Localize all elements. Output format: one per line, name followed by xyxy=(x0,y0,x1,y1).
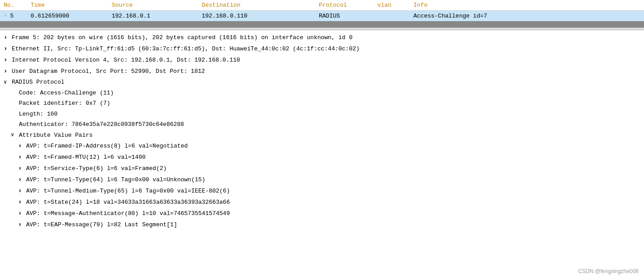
toggle-icon[interactable]: › xyxy=(18,175,24,184)
detail-line[interactable]: ›AVP: t=Tunnel-Type(64) l=6 Tag=0x00 val… xyxy=(0,174,644,185)
detail-text: Internet Protocol Version 4, Src: 192.16… xyxy=(12,56,240,65)
row-indicator: └ xyxy=(4,13,7,19)
toggle-icon[interactable]: › xyxy=(18,186,24,196)
scrollbar[interactable] xyxy=(0,21,644,27)
detail-text: Attribute Value Pairs xyxy=(19,131,93,140)
detail-line[interactable]: ›Frame 5: 202 bytes on wire (1616 bits),… xyxy=(0,32,644,43)
watermark: CSDN @fengxingzhe008 xyxy=(578,268,639,274)
col-header-protocol: Protocol xyxy=(315,0,374,11)
detail-text: AVP: t=Service-Type(6) l=6 val=Framed(2) xyxy=(26,164,167,173)
detail-line[interactable]: ›AVP: t=Framed-MTU(12) l=6 val=1400 xyxy=(0,152,644,163)
cell-vlan xyxy=(374,11,410,22)
cell-protocol: RADIUS xyxy=(315,11,374,22)
detail-line[interactable]: Code: Access-Challenge (11) xyxy=(0,88,644,99)
detail-section[interactable]: ›Frame 5: 202 bytes on wire (1616 bits),… xyxy=(0,30,644,278)
detail-text: Code: Access-Challenge (11) xyxy=(19,89,114,98)
cell-no: └ 5 xyxy=(0,11,27,22)
toggle-icon[interactable]: › xyxy=(4,55,10,65)
col-header-info: Info xyxy=(410,0,644,11)
detail-text: Ethernet II, Src: Tp-LinkT_ff:61:d5 (60:… xyxy=(12,45,359,54)
detail-text: AVP: t=Message-Authenticator(80) l=10 va… xyxy=(26,209,230,218)
detail-line[interactable]: ›AVP: t=Tunnel-Medium-Type(65) l=6 Tag=0… xyxy=(0,185,644,197)
detail-text: Length: 160 xyxy=(19,110,58,119)
detail-line[interactable]: ›User Datagram Protocol, Src Port: 52990… xyxy=(0,66,644,77)
detail-text: AVP: t=Tunnel-Medium-Type(65) l=6 Tag=0x… xyxy=(26,187,230,196)
col-header-no: No. xyxy=(0,0,27,11)
toggle-icon[interactable]: › xyxy=(4,44,10,54)
detail-line[interactable]: ›AVP: t=EAP-Message(79) l=82 Last Segmen… xyxy=(0,219,644,230)
toggle-icon[interactable]: › xyxy=(18,164,24,173)
toggle-icon[interactable]: › xyxy=(18,209,24,218)
detail-line[interactable]: ›AVP: t=Message-Authenticator(80) l=10 v… xyxy=(0,208,644,219)
cell-time: 0.612659000 xyxy=(27,11,108,22)
table-row[interactable]: └ 5 0.612659000 192.168.0.1 192.168.0.11… xyxy=(0,11,644,22)
detail-text: AVP: t=Framed-MTU(12) l=6 val=1400 xyxy=(26,153,145,162)
table-header-row: No. Time Source Destination Protocol vla… xyxy=(0,0,644,11)
detail-line[interactable]: Authenticator: 7864e35a7e228c0938f5730c6… xyxy=(0,119,644,130)
col-header-vlan: vlan xyxy=(374,0,410,11)
toggle-icon[interactable]: ∨ xyxy=(4,78,10,86)
detail-line[interactable]: ∨RADIUS Protocol xyxy=(0,77,644,88)
toggle-icon[interactable]: › xyxy=(4,67,10,76)
cell-source: 192.168.0.1 xyxy=(108,11,198,22)
detail-text: Authenticator: 7864e35a7e228c0938f5730c6… xyxy=(19,120,184,129)
detail-line[interactable]: ›AVP: t=Framed-IP-Address(8) l=6 val=Neg… xyxy=(0,140,644,152)
col-header-destination: Destination xyxy=(198,0,315,11)
toggle-icon[interactable]: ∨ xyxy=(11,131,17,139)
detail-line[interactable]: ›Internet Protocol Version 4, Src: 192.1… xyxy=(0,54,644,66)
detail-text: AVP: t=EAP-Message(79) l=82 Last Segment… xyxy=(26,220,177,229)
detail-text: RADIUS Protocol xyxy=(12,78,64,87)
cell-destination: 192.168.0.110 xyxy=(198,11,315,22)
detail-line[interactable]: ›Ethernet II, Src: Tp-LinkT_ff:61:d5 (60… xyxy=(0,43,644,54)
detail-line[interactable]: Length: 160 xyxy=(0,109,644,120)
detail-text: Packet identifier: 0x7 (7) xyxy=(19,99,110,108)
detail-text: AVP: t=Tunnel-Type(64) l=6 Tag=0x00 val=… xyxy=(26,175,205,184)
toggle-icon[interactable]: › xyxy=(4,33,10,42)
toggle-icon[interactable]: › xyxy=(18,141,24,151)
detail-line[interactable]: ∨Attribute Value Pairs xyxy=(0,130,644,141)
packet-table: No. Time Source Destination Protocol vla… xyxy=(0,0,644,21)
detail-text: AVP: t=Framed-IP-Address(8) l=6 val=Nego… xyxy=(26,142,188,151)
detail-line[interactable]: ›AVP: t=Service-Type(6) l=6 val=Framed(2… xyxy=(0,163,644,174)
detail-text: Frame 5: 202 bytes on wire (1616 bits), … xyxy=(12,33,353,42)
col-header-source: Source xyxy=(108,0,198,11)
detail-text: AVP: t=State(24) l=18 val=34633a31663a63… xyxy=(26,198,230,207)
detail-text: User Datagram Protocol, Src Port: 52990,… xyxy=(12,67,205,76)
col-header-time: Time xyxy=(27,0,108,11)
cell-info: Access-Challenge id=7 xyxy=(410,11,644,22)
toggle-icon[interactable]: › xyxy=(18,197,24,207)
toggle-icon[interactable]: › xyxy=(18,220,24,229)
toggle-icon[interactable]: › xyxy=(18,152,24,162)
detail-line[interactable]: ›AVP: t=State(24) l=18 val=34633a31663a6… xyxy=(0,197,644,208)
detail-line[interactable]: Packet identifier: 0x7 (7) xyxy=(0,98,644,109)
